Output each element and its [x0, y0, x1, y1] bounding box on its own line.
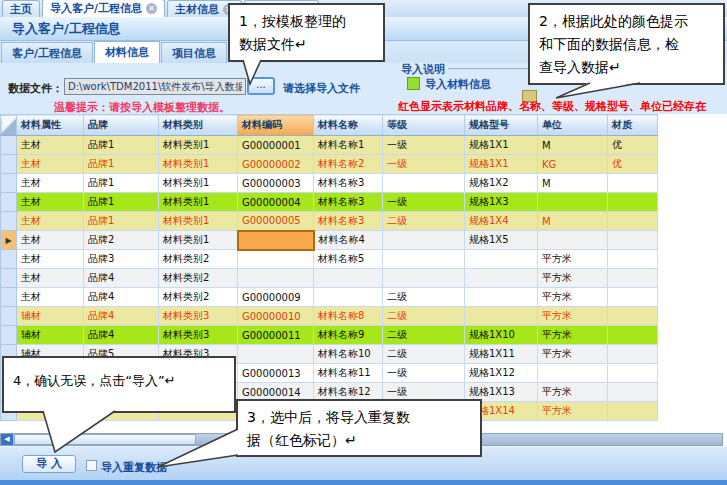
cell[interactable]: [465, 307, 538, 326]
row-selector[interactable]: [1, 136, 17, 155]
cell[interactable]: 材料类别1: [159, 155, 238, 174]
cell[interactable]: 品牌4: [84, 307, 159, 326]
cell[interactable]: 品牌4: [84, 326, 159, 345]
cell[interactable]: 材料名称3: [314, 212, 383, 231]
cell[interactable]: [314, 269, 383, 288]
cell[interactable]: 主材: [17, 288, 84, 307]
cell[interactable]: 材料名称10: [314, 345, 383, 364]
row-selector[interactable]: [1, 250, 17, 269]
cell[interactable]: 材料类别1: [159, 212, 238, 231]
cell[interactable]: [465, 269, 538, 288]
cell[interactable]: G00000005: [238, 212, 314, 231]
cell[interactable]: [608, 383, 658, 402]
cell[interactable]: 品牌4: [84, 269, 159, 288]
column-header[interactable]: 材料名称: [314, 115, 383, 136]
cell[interactable]: 辅材: [17, 307, 84, 326]
cell[interactable]: [608, 231, 658, 250]
cell[interactable]: 规格1X11: [465, 345, 538, 364]
cell[interactable]: M: [538, 174, 608, 193]
cell[interactable]: 二级: [383, 326, 465, 345]
cell[interactable]: [608, 193, 658, 212]
cell[interactable]: 品牌4: [84, 288, 159, 307]
data-file-path-input[interactable]: [64, 78, 246, 95]
cell[interactable]: 规格1X2: [465, 174, 538, 193]
cell[interactable]: 一级: [383, 193, 465, 212]
row-selector[interactable]: ▶: [1, 231, 17, 250]
cell[interactable]: 主材: [17, 136, 84, 155]
cell[interactable]: 平方米: [538, 307, 608, 326]
cell[interactable]: G00000004: [238, 193, 314, 212]
cell[interactable]: 规格1X12: [465, 364, 538, 383]
browse-button[interactable]: ...: [247, 77, 275, 95]
row-selector[interactable]: [1, 288, 17, 307]
cell[interactable]: 材料类别2: [159, 250, 238, 269]
cell[interactable]: 二级: [383, 212, 465, 231]
tab-home[interactable]: 主页: [2, 0, 40, 17]
cell[interactable]: 主材: [17, 231, 84, 250]
cell[interactable]: 主材: [17, 250, 84, 269]
cell[interactable]: 材料类别1: [159, 174, 238, 193]
cell[interactable]: [238, 345, 314, 364]
cell[interactable]: 品牌2: [84, 231, 159, 250]
tab-import-customer-info[interactable]: 导入客户/工程信息 ✕: [42, 0, 165, 17]
cell[interactable]: 品牌1: [84, 212, 159, 231]
cell[interactable]: [383, 269, 465, 288]
cell[interactable]: 材料名称2: [314, 155, 383, 174]
column-header[interactable]: 等级: [383, 115, 465, 136]
cell[interactable]: 品牌1: [84, 136, 159, 155]
close-icon[interactable]: ✕: [146, 3, 157, 14]
cell[interactable]: 材料名称3: [314, 193, 383, 212]
cell[interactable]: [314, 288, 383, 307]
cell[interactable]: 规格1X4: [465, 212, 538, 231]
cell[interactable]: 辅材: [17, 326, 84, 345]
cell[interactable]: 品牌3: [84, 250, 159, 269]
cell[interactable]: 材料类别1: [159, 193, 238, 212]
cell[interactable]: 优: [608, 155, 658, 174]
cell[interactable]: [238, 250, 314, 269]
cell[interactable]: 主材: [17, 269, 84, 288]
cell[interactable]: [608, 269, 658, 288]
cell[interactable]: 平方米: [538, 326, 608, 345]
cell[interactable]: [383, 231, 465, 250]
row-selector[interactable]: [1, 212, 17, 231]
cell[interactable]: 材料名称11: [314, 364, 383, 383]
cell[interactable]: 一级: [383, 136, 465, 155]
cell[interactable]: 优: [608, 136, 658, 155]
cell[interactable]: M: [538, 212, 608, 231]
column-header[interactable]: 单位: [538, 115, 608, 136]
cell[interactable]: 规格1X1: [465, 136, 538, 155]
cell[interactable]: [608, 402, 658, 421]
cell[interactable]: 一级: [383, 155, 465, 174]
cell[interactable]: KG: [538, 155, 608, 174]
cell[interactable]: [538, 193, 608, 212]
cell[interactable]: [608, 288, 658, 307]
cell[interactable]: 材料名称3: [314, 174, 383, 193]
cell[interactable]: 材料名称4: [314, 231, 383, 250]
cell[interactable]: [383, 174, 465, 193]
cell[interactable]: 主材: [17, 212, 84, 231]
cell[interactable]: [608, 364, 658, 383]
cell[interactable]: 二级: [383, 288, 465, 307]
cell[interactable]: 材料类别1: [159, 231, 238, 250]
cell[interactable]: [608, 174, 658, 193]
cell[interactable]: 平方米: [538, 288, 608, 307]
cell[interactable]: 二级: [383, 307, 465, 326]
row-selector[interactable]: [1, 307, 17, 326]
cell[interactable]: 材料名称9: [314, 326, 383, 345]
cell[interactable]: G00000010: [238, 307, 314, 326]
cell[interactable]: 平方米: [538, 250, 608, 269]
cell[interactable]: 品牌1: [84, 174, 159, 193]
import-button[interactable]: 导 入: [22, 455, 76, 473]
cell[interactable]: 材料类别3: [159, 307, 238, 326]
cell[interactable]: 平方米: [538, 402, 608, 421]
cell[interactable]: 二级: [383, 345, 465, 364]
cell[interactable]: 材料名称1: [314, 136, 383, 155]
cell[interactable]: 主材: [17, 174, 84, 193]
scroll-left-arrow-icon[interactable]: ◀: [1, 434, 13, 445]
column-header[interactable]: 材质: [608, 115, 658, 136]
cell[interactable]: 主材: [17, 155, 84, 174]
import-duplicates-label[interactable]: 导入重复数据: [101, 460, 167, 475]
row-selector[interactable]: [1, 174, 17, 193]
cell[interactable]: G00000002: [238, 155, 314, 174]
cell[interactable]: [465, 250, 538, 269]
